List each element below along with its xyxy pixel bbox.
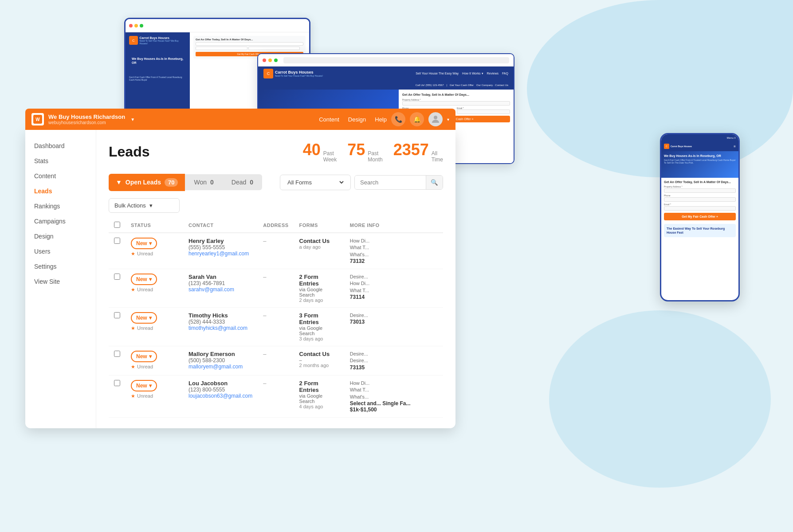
bl-dot-red: [263, 59, 266, 62]
status-arrow-icon-4: ▾: [149, 383, 152, 389]
status-badge-4[interactable]: New ▾: [131, 380, 157, 391]
sidebar-item-settings[interactable]: Settings: [32, 259, 89, 274]
table-header: STATUS CONTACT ADDRESS FORMS MORE INFO: [109, 218, 443, 233]
form-entries-4[interactable]: 2 Form Entries: [299, 380, 339, 393]
nav-avatar-caret-icon[interactable]: ▾: [447, 117, 449, 122]
bulk-row: Bulk Actions ▾: [109, 198, 443, 213]
mobile-nav: C Carrot Buys Houses ≡: [661, 141, 738, 151]
row-moreinfo-cell-0: How Di... What T... What's... 73132: [345, 233, 443, 269]
sidebar: Dashboard Stats Content Leads Rankings C…: [25, 130, 96, 428]
nav-dropdown-arrow-icon[interactable]: ▼: [130, 117, 135, 122]
mobile-hero: We Buy Houses As-Is In Roseburg, OR Get …: [661, 151, 738, 178]
more-info-zip-3: 73135: [350, 364, 438, 371]
forms-filter-dropdown[interactable]: All Forms: [280, 175, 351, 190]
bl-logo: C Carrot Buys Houses Need To Sell Your H…: [263, 69, 323, 78]
more-info-3-4: What's...: [350, 394, 438, 400]
form-entries-3[interactable]: Contact Us: [299, 351, 339, 357]
stat-alltime-number: 2357: [393, 141, 429, 159]
row-checkbox-2[interactable]: [114, 312, 120, 318]
row-checkbox-0[interactable]: [114, 238, 120, 244]
select-all-checkbox[interactable]: [114, 222, 120, 228]
status-badge-2[interactable]: New ▾: [131, 312, 157, 324]
table-row: New ▾ ★ Unread Lou Jacobson (123) 800-55…: [109, 375, 443, 417]
form-time-2: 3 days ago: [299, 336, 339, 341]
status-badge-3[interactable]: New ▾: [131, 351, 157, 362]
nav-phone-button[interactable]: 📞: [391, 112, 405, 126]
nav-bell-button[interactable]: 🔔: [410, 112, 424, 126]
mobile-body: Get An Offer Today, Sell In A Matter Of …: [661, 178, 738, 240]
form-entries-0[interactable]: Contact Us: [299, 238, 339, 244]
sidebar-item-leads[interactable]: Leads: [32, 184, 89, 198]
mobile-logo-text: Carrot Buys Houses: [671, 145, 732, 148]
sidebar-item-dashboard[interactable]: Dashboard: [32, 139, 89, 153]
row-checkbox-1[interactable]: [114, 274, 120, 280]
contact-email-1[interactable]: sarahv@gmail.com: [188, 286, 252, 293]
bl-dot-yellow: [268, 59, 272, 62]
star-icon-4: ★: [131, 393, 135, 399]
stat-month-number: 75: [347, 141, 365, 159]
row-checkbox-3[interactable]: [114, 351, 120, 357]
unread-badge-4: ★ Unread: [131, 393, 178, 399]
nav-link-content[interactable]: Content: [319, 116, 339, 123]
nav-avatar[interactable]: [428, 112, 443, 126]
search-box: 🔍: [354, 175, 443, 190]
leads-tbody: New ▾ ★ Unread Henry Earley (555) 555-55…: [109, 233, 443, 418]
mobile-section2: The Easiest Way To Sell Your Roseburg Ho…: [664, 224, 736, 237]
unread-badge-1: ★ Unread: [131, 287, 178, 293]
star-icon-0: ★: [131, 251, 135, 257]
row-status-cell: New ▾ ★ Unread: [126, 375, 183, 417]
tab-won[interactable]: Won 0: [185, 174, 222, 190]
address-value-2: –: [263, 312, 266, 319]
status-badge-1[interactable]: New ▾: [131, 274, 157, 285]
contact-email-3[interactable]: malloryem@gmail.com: [188, 364, 252, 370]
row-status-cell: New ▾ ★ Unread: [126, 307, 183, 346]
unread-badge-2: ★ Unread: [131, 325, 178, 331]
form-entries-2[interactable]: 3 Form Entries: [299, 312, 339, 325]
star-icon-2: ★: [131, 325, 135, 331]
more-info-3-0: What's...: [350, 251, 438, 258]
leads-table: STATUS CONTACT ADDRESS FORMS MORE INFO N…: [109, 218, 443, 418]
status-label-0: New: [136, 240, 147, 246]
contact-email-2[interactable]: timothyhicks@gmail.com: [188, 325, 252, 331]
table-row: New ▾ ★ Unread Sarah Van (123) 456-7891 …: [109, 269, 443, 307]
table-row: New ▾ ★ Unread Henry Earley (555) 555-55…: [109, 233, 443, 269]
nav-link-design[interactable]: Design: [348, 116, 366, 123]
nav-logo-inner: W: [33, 115, 42, 124]
tab-dead-label: Dead: [232, 179, 246, 186]
sidebar-item-content[interactable]: Content: [32, 169, 89, 183]
browser-dot-green: [140, 24, 143, 27]
nav-link-help[interactable]: Help: [375, 116, 387, 123]
forms-filter-select[interactable]: All Forms: [286, 179, 345, 186]
th-status: STATUS: [126, 218, 183, 233]
form-entries-1[interactable]: 2 Form Entries: [299, 274, 339, 287]
sidebar-item-users[interactable]: Users: [32, 244, 89, 258]
row-contact-cell-1: Sarah Van (123) 456-7891 sarahv@gmail.co…: [183, 269, 258, 307]
contact-email-0[interactable]: henryearley1@gmail.com: [188, 250, 252, 257]
row-checkbox-cell: [109, 307, 126, 346]
sidebar-item-design[interactable]: Design: [32, 229, 89, 243]
bulk-actions-dropdown[interactable]: Bulk Actions ▾: [109, 198, 180, 213]
status-badge-0[interactable]: New ▾: [131, 238, 157, 249]
th-address: ADDRESS: [258, 218, 294, 233]
bl-field-address: Property Address *: [402, 98, 510, 106]
sidebar-item-campaigns[interactable]: Campaigns: [32, 214, 89, 228]
search-input[interactable]: [355, 176, 426, 189]
more-info-1-1: Desire...: [350, 274, 438, 280]
tab-dead[interactable]: Dead 0: [223, 174, 262, 190]
contact-phone-4: (123) 800-5555: [188, 387, 252, 393]
row-status-cell: New ▾ ★ Unread: [126, 233, 183, 269]
form-source-3: –: [299, 357, 339, 363]
sidebar-item-stats[interactable]: Stats: [32, 154, 89, 168]
row-moreinfo-cell-1: Desire... How Di... What T... 73114: [345, 269, 443, 307]
nav-site-url: webuyhousesrichardson.com: [48, 120, 125, 125]
sidebar-item-rankings[interactable]: Rankings: [32, 199, 89, 213]
row-status-cell: New ▾ ★ Unread: [126, 269, 183, 307]
tab-open-leads[interactable]: ▼ Open Leads 70: [109, 174, 185, 191]
form-source-2: via Google Search: [299, 325, 339, 336]
contact-email-4[interactable]: loujacobson63@gmail.com: [188, 393, 252, 399]
search-button[interactable]: 🔍: [426, 176, 443, 189]
th-contact: CONTACT: [183, 218, 258, 233]
row-checkbox-4[interactable]: [114, 380, 120, 386]
stat-month-label: Past Month: [368, 150, 382, 163]
sidebar-item-viewsite[interactable]: View Site: [32, 274, 89, 289]
